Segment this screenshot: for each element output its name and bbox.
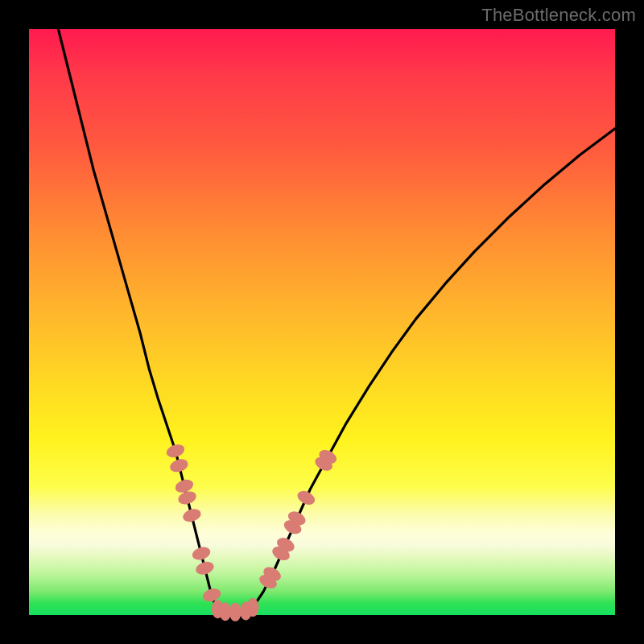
marker-cluster [165, 442, 339, 621]
bottleneck-curve [58, 29, 615, 612]
svg-point-5 [191, 545, 213, 562]
svg-point-6 [194, 559, 216, 576]
data-marker [181, 507, 203, 524]
svg-point-4 [181, 507, 203, 524]
svg-point-12 [247, 598, 259, 617]
chart-svg [29, 29, 615, 615]
data-marker [229, 603, 242, 621]
svg-point-0 [165, 442, 187, 459]
svg-point-1 [168, 457, 190, 474]
data-marker [194, 559, 216, 576]
data-marker [165, 442, 187, 459]
v-curve-path [58, 29, 615, 612]
svg-point-10 [229, 603, 242, 621]
plot-area [29, 29, 615, 615]
svg-point-19 [295, 488, 317, 507]
watermark-text: TheBottleneck.com [481, 5, 636, 26]
data-marker [247, 598, 259, 617]
data-marker [191, 545, 213, 562]
data-marker [295, 488, 317, 507]
data-marker [168, 457, 190, 474]
chart-frame: TheBottleneck.com [0, 0, 644, 644]
